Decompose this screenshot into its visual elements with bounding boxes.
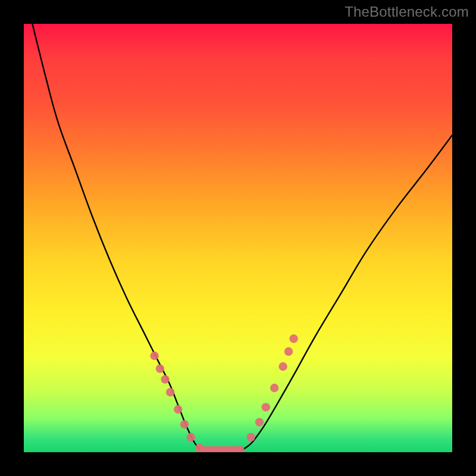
chart-svg bbox=[24, 24, 452, 452]
chart-canvas: TheBottleneck.com bbox=[0, 0, 476, 476]
marker-dot bbox=[174, 405, 182, 414]
marker-dot bbox=[166, 388, 174, 396]
marker-dot bbox=[187, 433, 195, 441]
marker-dot bbox=[150, 352, 158, 360]
marker-group bbox=[150, 334, 298, 452]
marker-dot bbox=[180, 420, 189, 428]
marker-dot bbox=[262, 403, 270, 411]
marker-dot bbox=[284, 347, 293, 356]
watermark-text: TheBottleneck.com bbox=[345, 4, 469, 20]
marker-dot bbox=[270, 384, 278, 392]
marker-dot bbox=[278, 362, 287, 371]
marker-dot bbox=[156, 364, 164, 372]
marker-dot bbox=[255, 418, 264, 426]
plot-area bbox=[24, 24, 452, 452]
bottleneck-curve bbox=[32, 24, 452, 452]
marker-dot bbox=[246, 433, 255, 441]
marker-dot bbox=[161, 375, 169, 383]
marker-dot bbox=[289, 334, 298, 343]
